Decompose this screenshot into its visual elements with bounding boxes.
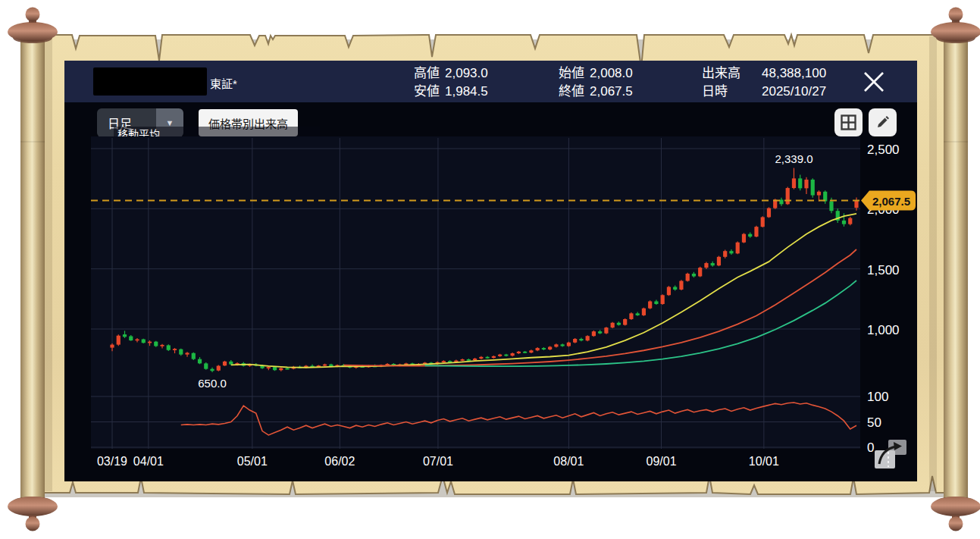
svg-text:03/19: 03/19 <box>97 455 127 468</box>
svg-text:650.0: 650.0 <box>198 377 227 390</box>
svg-text:08/01: 08/01 <box>553 455 584 468</box>
stat-label: 終値 <box>559 83 584 101</box>
svg-text:2,067.5: 2,067.5 <box>872 195 910 208</box>
quote-header: 東証* 高値2,093.0 安値1,984.5 始値2,008.0 終値2,06… <box>64 61 917 102</box>
stat-value-open: 2,008.0 <box>590 64 633 83</box>
stat-label: 高値 <box>414 64 440 83</box>
close-icon[interactable] <box>859 67 889 97</box>
roller-cap-bottom-left <box>8 497 58 516</box>
svg-text:2,500: 2,500 <box>867 143 900 157</box>
roller-knob-bottom-right <box>949 517 963 531</box>
roller-knob-top-right <box>949 8 963 22</box>
stat-value-low: 1,984.5 <box>445 83 488 101</box>
stat-value-close: 2,067.5 <box>590 83 633 101</box>
redacted-symbol-name <box>93 67 207 96</box>
stat-col-volume-date: 出来高48,388,100 日時2025/10/27 <box>702 64 826 101</box>
svg-text:50: 50 <box>867 415 881 430</box>
svg-text:04/01: 04/01 <box>133 455 164 468</box>
svg-text:05/01: 05/01 <box>237 455 268 468</box>
stat-col-high-low: 高値2,093.0 安値1,984.5 <box>414 64 488 101</box>
stat-label: 始値 <box>559 64 584 83</box>
share-export-icon[interactable] <box>873 438 908 470</box>
candlestick-chart[interactable]: 2,5002,0001,5001,00010050003/1904/0105/0… <box>64 102 917 481</box>
roller-cap-top-left <box>8 22 58 42</box>
stat-col-open-close: 始値2,008.0 終値2,067.5 <box>559 64 633 101</box>
roller-knob-top-left <box>26 8 40 22</box>
svg-text:2,339.0: 2,339.0 <box>775 152 812 165</box>
svg-text:09/01: 09/01 <box>647 455 677 468</box>
svg-text:06/02: 06/02 <box>324 455 355 468</box>
stock-chart-app: 東証* 高値2,093.0 安値1,984.5 始値2,008.0 終値2,06… <box>64 61 917 481</box>
stat-label: 出来高 <box>702 64 756 83</box>
stat-label: 安値 <box>414 83 440 101</box>
svg-text:07/01: 07/01 <box>423 455 453 468</box>
exchange-label: 東証* <box>210 75 237 91</box>
svg-text:10/01: 10/01 <box>749 455 779 468</box>
roller-cap-top-right <box>931 22 980 42</box>
roller-cap-bottom-right <box>931 497 980 516</box>
page-root: { "header": { "exchange_label": "東証*", "… <box>0 0 980 539</box>
stat-value-high: 2,093.0 <box>445 64 488 83</box>
last-price-tag: 2,067.5 <box>861 191 916 211</box>
svg-text:100: 100 <box>867 390 888 404</box>
svg-text:1,000: 1,000 <box>867 323 900 337</box>
stat-value-date: 2025/10/27 <box>762 83 826 101</box>
stat-value-volume: 48,388,100 <box>762 64 826 83</box>
roller-knob-bottom-left <box>26 517 40 531</box>
svg-text:1,500: 1,500 <box>867 263 900 277</box>
stat-label: 日時 <box>702 83 756 101</box>
